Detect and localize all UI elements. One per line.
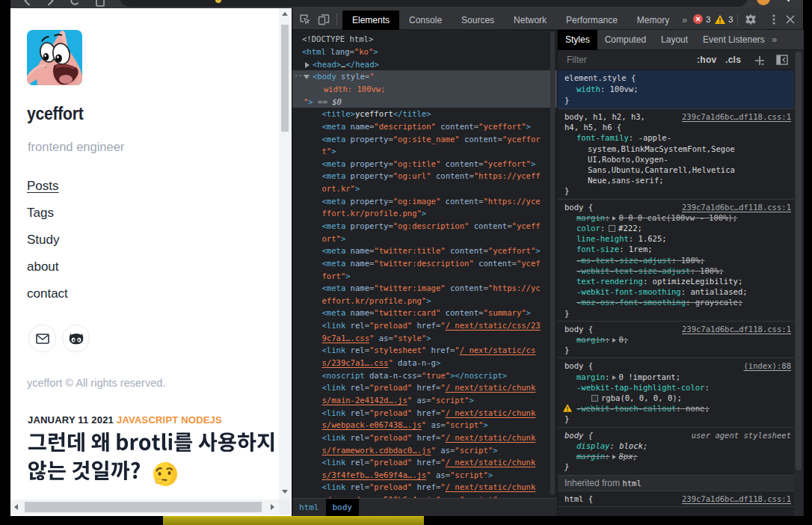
css-declaration[interactable]: Sans,Ubuntu,Cantarell,Helvetica	[558, 165, 794, 175]
address-bar[interactable]	[120, 0, 748, 7]
device-toolbar-icon[interactable]	[318, 13, 330, 25]
css-declaration[interactable]: -webkit-font-smoothing: antialiased;	[558, 286, 794, 297]
page-hscroll-thumb[interactable]	[25, 502, 262, 512]
dom-tree-node[interactable]: s/239c7a1….css" data-n-g>	[292, 357, 568, 369]
page-vscroll-thumb[interactable]	[281, 25, 289, 132]
css-rule[interactable]: body {239c7a1d6bc…df118.css:1margin:0;}	[558, 322, 794, 359]
dom-tree-node[interactable]: <link rel="preload" href="/_next/static/…	[292, 456, 568, 469]
stylesheet-source-link[interactable]: user agent stylesheet	[692, 430, 791, 440]
css-selector[interactable]: element.style {	[558, 73, 794, 84]
dom-tree-node[interactable]: fort">	[292, 270, 568, 283]
css-selector[interactable]: html {239c7a1d6bc…df118.css:1	[558, 494, 794, 504]
more-tabs-icon[interactable]: »	[682, 10, 686, 30]
dom-tree-node[interactable]: effort.kr/profile.png">	[292, 295, 568, 307]
scroll-right-arrow[interactable]	[271, 504, 274, 510]
bookmark-page-icon[interactable]	[94, 0, 106, 7]
dom-tree-node[interactable]: 9c7a1….css" as="style">	[292, 332, 568, 345]
css-selector[interactable]: body {239c7a1d6bc…df118.css:1	[558, 202, 794, 212]
scroll-left-arrow[interactable]	[14, 504, 18, 510]
css-selector[interactable]: body {user agent stylesheet	[558, 430, 794, 440]
stylesheet-source-link[interactable]: 239c7a1d6bc…df118.css:1	[682, 111, 791, 122]
breadcrumb-body[interactable]: body	[326, 499, 360, 516]
forward-icon[interactable]	[44, 0, 56, 7]
dom-tree-node[interactable]: width: 100vw;	[292, 83, 568, 96]
devtools-tab-console[interactable]: Console	[399, 10, 452, 30]
dom-tree-node[interactable]: <!DOCTYPE html>	[292, 33, 568, 46]
dom-tree-node[interactable]: <link rel="preload" href="/_next/static/…	[292, 432, 568, 444]
dom-tree-node[interactable]: <meta property="og:title" content="yceff…	[292, 158, 568, 171]
css-declaration[interactable]: margin:0;	[558, 334, 794, 345]
dom-tree-node[interactable]: <noscript data-n-css="true"></noscript>	[292, 369, 568, 382]
dom-tree-node[interactable]: ···<body style="	[292, 70, 568, 83]
toggle-cls[interactable]: .cls	[725, 55, 741, 65]
dom-tree-node[interactable]: ort">	[292, 233, 568, 245]
reload-icon[interactable]	[69, 0, 81, 7]
breadcrumb-html[interactable]: html	[292, 499, 326, 516]
error-badge[interactable]: 3	[693, 14, 710, 24]
dom-tree-node[interactable]: <link rel="stylesheet" href="/_next/stat…	[292, 344, 568, 357]
css-declaration[interactable]: margin:0 0 0 calc(100vw - 100%);	[558, 212, 794, 223]
dom-tree-node[interactable]: s/main-2e4142d….js" as="script">	[292, 394, 568, 407]
css-declaration[interactable]: width: 100vw;	[558, 84, 794, 95]
shorthand-expand-arrow[interactable]	[612, 338, 616, 343]
css-declaration[interactable]: rgba(0, 0, 0, 0);	[558, 393, 794, 403]
toggle-hov[interactable]: :hov	[697, 55, 717, 65]
collapse-arrow-icon[interactable]	[304, 70, 311, 83]
devtools-tab-performance[interactable]: Performance	[556, 10, 627, 30]
css-declaration[interactable]: system,BlinkMacSystemFont,Segoe	[558, 144, 794, 154]
dom-tree-node[interactable]: <head>…</head>	[292, 58, 568, 71]
dom-tree-node[interactable]: <link rel="preload" href="/_next/static/…	[292, 481, 568, 494]
scroll-down-arrow[interactable]	[282, 490, 288, 494]
kebab-menu-icon[interactable]	[768, 13, 780, 25]
dom-tree-node[interactable]: <meta property="og:url" content="https:/…	[292, 170, 568, 182]
post-title-line1[interactable]: 그런데 왜 brotli를 사용하지	[28, 432, 274, 455]
color-swatch[interactable]	[591, 395, 598, 402]
dom-tree-node[interactable]: <link rel="preload" href="/_next/static/…	[292, 381, 568, 394]
devtools-tab-memory[interactable]: Memory	[627, 10, 679, 30]
css-rule[interactable]: body, h1, h2, h3,239c7a1d6bc…df118.css:1…	[558, 109, 794, 200]
dom-tree-scrollbar[interactable]	[550, 31, 555, 495]
css-declaration[interactable]: font-size: 1rem;	[558, 244, 794, 254]
dock-sidebar-icon[interactable]	[776, 55, 788, 65]
stylesheet-source-link[interactable]: (index):88	[744, 360, 792, 371]
devtools-tab-elements[interactable]: Elements	[342, 10, 399, 30]
stylesheet-source-link[interactable]: 239c7a1d6bc…df118.css:1	[682, 202, 791, 212]
dom-tree-node[interactable]: <meta name="twitter:image" content="http…	[292, 282, 568, 295]
new-style-rule-icon[interactable]	[754, 55, 766, 67]
color-swatch[interactable]	[609, 225, 615, 232]
dom-tree-node[interactable]: <meta property="og:description" content=…	[292, 220, 568, 233]
post-title-line2[interactable]: 않는 것일까?	[28, 461, 140, 483]
styles-scrollbar-thumb[interactable]	[796, 52, 802, 470]
devtools-tab-network[interactable]: Network	[504, 10, 556, 30]
dom-tree-node[interactable]: ort.kr">	[292, 182, 568, 195]
css-rule[interactable]: body {user agent stylesheetdisplay: bloc…	[558, 428, 794, 476]
profile-avatar-image[interactable]	[27, 30, 82, 85]
back-icon[interactable]	[22, 0, 34, 7]
sidebar-tab-layout[interactable]: Layout	[653, 30, 695, 50]
sidebar-tab-event-listeners[interactable]: Event Listeners	[695, 30, 772, 50]
email-button[interactable]	[28, 325, 56, 352]
css-selector[interactable]: body {239c7a1d6bc…df118.css:1	[558, 324, 794, 334]
scroll-up-arrow[interactable]	[282, 12, 288, 16]
css-declaration[interactable]: -moz-osx-font-smoothing: grayscale;	[558, 297, 794, 307]
css-rule[interactable]: element.style {width: 100vw;}	[558, 70, 794, 109]
dom-tree-node[interactable]: <meta property="og:site_name" content="y…	[292, 133, 568, 146]
github-button[interactable]	[62, 325, 90, 352]
nav-link-study[interactable]: Study	[27, 233, 59, 248]
css-declaration[interactable]: -webkit-text-size-adjust: 100%;	[558, 265, 794, 276]
dom-tree-node[interactable]: <meta name="twitter:description" content…	[292, 257, 568, 270]
css-declaration[interactable]: margin:8px;	[558, 451, 794, 461]
css-declaration[interactable]: color:#222;	[558, 223, 794, 233]
browser-profile-avatar[interactable]	[757, 0, 770, 5]
dom-tree-node[interactable]: <link rel="preload" href="/_next/static/…	[292, 407, 568, 420]
shorthand-expand-arrow[interactable]	[612, 375, 616, 380]
nav-link-contact[interactable]: contact	[27, 286, 68, 301]
page-vertical-scrollbar[interactable]	[279, 8, 291, 500]
css-rule[interactable]: html {239c7a1d6bc…df118.css:1	[558, 491, 794, 507]
css-selector[interactable]: body, h1, h2, h3,239c7a1d6bc…df118.css:1	[558, 111, 794, 122]
browser-menu-icon[interactable]	[787, 0, 790, 1]
dom-tree-node[interactable]: <html lang="ko">	[292, 46, 568, 58]
css-declaration[interactable]: font-family: -apple-	[558, 132, 794, 143]
css-declaration[interactable]: UI,Roboto,Oxygen-	[558, 154, 794, 165]
nav-link-about[interactable]: about	[27, 260, 59, 274]
